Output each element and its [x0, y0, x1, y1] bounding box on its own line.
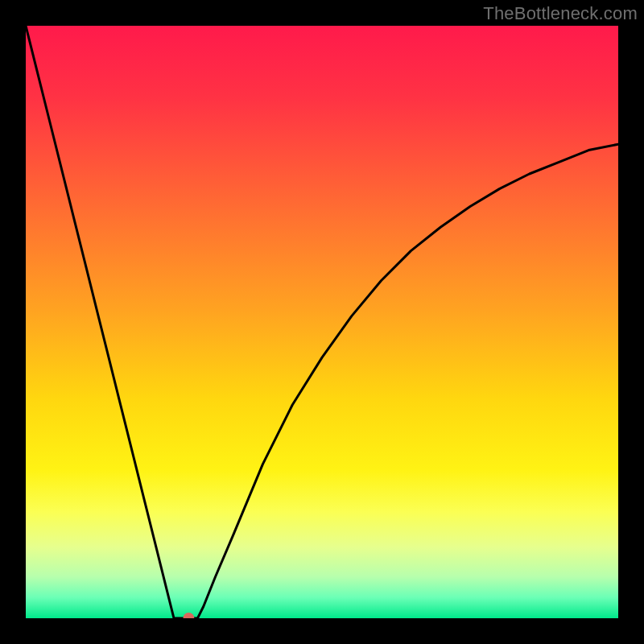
bottleneck-curve — [26, 26, 618, 618]
chart-frame: TheBottleneck.com — [0, 0, 644, 644]
watermark-text: TheBottleneck.com — [483, 3, 638, 24]
plot-area — [26, 26, 618, 618]
svg-point-1 — [183, 613, 194, 618]
